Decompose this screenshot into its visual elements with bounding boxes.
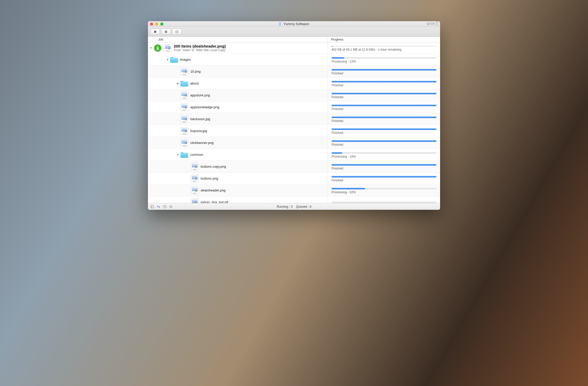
file-row[interactable]: PNGbuttons.pngFinished <box>148 173 440 184</box>
item-progress-text: Finished <box>331 72 436 75</box>
item-progress-bar <box>331 93 436 94</box>
folder-icon <box>170 57 178 63</box>
folder-row[interactable]: ▼commonProcessing - 10% <box>148 149 440 161</box>
svg-rect-0 <box>154 31 156 33</box>
item-progress-bar <box>331 140 436 142</box>
item-progress-text: Processing - 12% <box>331 60 436 63</box>
item-progress-text: Finished <box>331 95 436 99</box>
item-name: appstorebadge.png <box>190 105 219 109</box>
item-progress-bar <box>331 164 436 166</box>
folder-row[interactable]: ▼imagesProcessing - 12% <box>148 54 440 66</box>
file-icon: PNG <box>191 175 199 182</box>
item-progress-bar <box>331 81 436 82</box>
item-progress-text: Finished <box>331 131 436 135</box>
svg-rect-2 <box>166 30 167 33</box>
preview-icon[interactable] <box>169 205 173 209</box>
item-name: appstore.png <box>190 93 210 97</box>
queued-count: 0 <box>310 205 311 209</box>
folder-icon <box>180 152 188 158</box>
item-progress-bar <box>331 152 436 154</box>
item-progress-text: Processing - 32% <box>331 190 436 194</box>
queued-label: Queued : <box>296 205 309 209</box>
disclosure-triangle[interactable]: ▶ <box>176 82 179 85</box>
item-progress-text: Finished <box>331 107 436 111</box>
column-headers: Job Progress <box>148 37 440 42</box>
item-name: about <box>190 81 199 85</box>
item-progress-text: Finished <box>331 119 436 123</box>
file-row[interactable]: JPEGbacksoon.jpgFinished <box>148 113 440 125</box>
zoom-window-button[interactable] <box>160 22 163 26</box>
item-name: buynow.jpg <box>190 129 207 133</box>
file-icon: PNG <box>191 163 199 171</box>
item-progress-bar <box>331 188 436 189</box>
file-icon: GIF <box>191 198 199 203</box>
sync-icon[interactable] <box>157 205 160 209</box>
item-progress-bar <box>331 105 436 106</box>
close-window-button[interactable] <box>150 22 153 26</box>
column-progress[interactable]: Progress <box>328 37 440 42</box>
job-subtitle: From "www" to "Web Site Local Copy" <box>174 48 226 52</box>
item-progress-text: Finished <box>331 179 436 182</box>
file-icon: PNG <box>191 187 199 194</box>
file-icon: PNG <box>180 103 188 111</box>
file-icon: JPEG <box>180 115 188 123</box>
file-row[interactable]: PNGbuttons copy.pngFinished <box>148 161 440 173</box>
item-progress-bar <box>331 128 436 130</box>
item-name: backsoon.jpg <box>190 117 210 121</box>
job-row[interactable]: ▼ PNG 200 items (dealsheader.png) From "… <box>148 42 440 54</box>
svg-rect-5 <box>151 205 154 208</box>
status-bar: Running : 3 Queued : 0 <box>148 203 440 210</box>
protocol-label: SFTP <box>427 22 435 26</box>
item-progress-text: Processing - 10% <box>331 155 436 158</box>
column-job[interactable]: Job <box>148 37 328 42</box>
item-progress-bar <box>331 176 436 177</box>
running-count: 3 <box>291 205 293 209</box>
item-progress-text: Finished <box>331 83 436 87</box>
titlebar: Yummy Software SFTP <box>148 21 440 27</box>
toolbar <box>148 27 440 37</box>
disclosure-triangle[interactable]: ▼ <box>176 153 179 156</box>
item-name: images <box>180 58 191 61</box>
item-progress-bar <box>331 57 436 59</box>
window-controls <box>150 22 163 26</box>
overall-progress-bar <box>331 46 436 47</box>
svg-point-8 <box>170 206 171 207</box>
file-row[interactable]: PNG10.pngFinished <box>148 66 440 78</box>
schedule-button[interactable] <box>172 29 182 35</box>
file-icon: PNG <box>180 68 188 75</box>
running-label: Running : <box>277 205 290 209</box>
file-row[interactable]: PNGdealsheader.pngProcessing - 32% <box>148 184 440 196</box>
minimize-window-button[interactable] <box>155 22 158 26</box>
disclosure-triangle[interactable]: ▼ <box>149 47 153 49</box>
file-icon: PNG <box>180 91 188 99</box>
item-name: 10.png <box>190 70 201 73</box>
pause-button[interactable] <box>161 29 171 35</box>
file-icon: PNG <box>180 139 188 147</box>
folder-row[interactable]: ▶aboutFinished <box>148 78 440 89</box>
item-name: buttons.png <box>201 176 218 180</box>
overall-progress-text: 402 KB of 48.1 MB at 12.6 KB/s - 1 hour … <box>331 48 436 51</box>
file-icon: PNG <box>164 44 172 52</box>
item-progress-bar <box>331 202 436 203</box>
file-row[interactable]: PNGclickbanner.pngFinished <box>148 137 440 149</box>
window-title: Yummy Software <box>284 22 309 26</box>
sidebar-toggle-icon[interactable] <box>150 205 154 209</box>
disclosure-triangle[interactable]: ▼ <box>166 58 169 61</box>
folder-icon <box>180 80 188 87</box>
item-name: dealsheader.png <box>201 188 225 192</box>
item-name: extras_box_bot.gif <box>201 200 228 203</box>
item-name: common <box>190 153 203 157</box>
history-icon[interactable] <box>163 205 167 209</box>
file-row[interactable]: PNGappstore.pngFinished <box>148 89 440 101</box>
file-row[interactable]: GIFextras_box_bot.gif <box>148 196 440 203</box>
connection-indicator: SFTP <box>427 22 438 26</box>
job-title: 200 items (dealsheader.png) <box>174 44 226 48</box>
file-row[interactable]: PNGappstorebadge.pngFinished <box>148 101 440 113</box>
stop-button[interactable] <box>150 29 160 35</box>
transfer-list: ▼ PNG 200 items (dealsheader.png) From "… <box>148 42 440 203</box>
item-name: buttons copy.png <box>201 165 226 168</box>
file-row[interactable]: JPEGbuynow.jpgFinished <box>148 125 440 137</box>
svg-rect-4 <box>156 49 159 50</box>
app-icon <box>279 22 282 26</box>
item-progress-bar <box>331 117 436 118</box>
